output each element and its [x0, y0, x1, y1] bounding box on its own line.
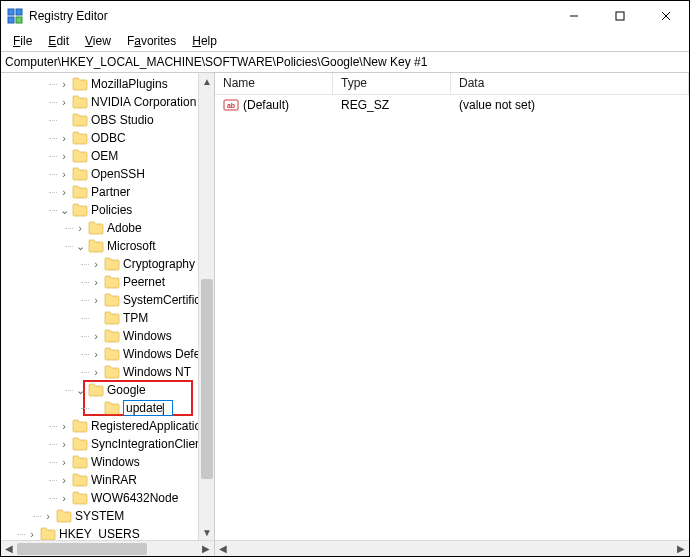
folder-icon [104, 365, 120, 379]
expand-toggle[interactable]: › [89, 363, 103, 381]
list-pane: Name Type Data ab (Default) REG_SZ (valu… [215, 73, 689, 556]
list-body[interactable]: ab (Default) REG_SZ (value not set) [215, 95, 689, 540]
expand-toggle[interactable]: › [89, 345, 103, 363]
expand-toggle[interactable]: ⌄ [73, 237, 87, 255]
folder-icon [104, 311, 120, 325]
tree-item-registeredapplication[interactable]: ›RegisteredApplication [3, 417, 214, 435]
folder-icon [104, 257, 120, 271]
expand-toggle[interactable]: › [73, 219, 87, 237]
rename-input[interactable]: update| [123, 400, 173, 416]
scroll-thumb-h[interactable] [17, 543, 147, 555]
folder-icon [40, 527, 56, 540]
tree-item-wow6432node[interactable]: ›WOW6432Node [3, 489, 214, 507]
address-bar[interactable]: Computer\HKEY_LOCAL_MACHINE\SOFTWARE\Pol… [1, 51, 689, 73]
scroll-right-arrow[interactable]: ▶ [198, 541, 214, 557]
tree-item-label: Windows NT [123, 363, 191, 381]
tree-item-nvidia-corporation[interactable]: ›NVIDIA Corporation [3, 93, 214, 111]
scroll-right-arrow[interactable]: ▶ [673, 541, 689, 557]
expand-toggle[interactable]: › [57, 165, 71, 183]
tree-scroll[interactable]: ›MozillaPlugins›NVIDIA CorporationOBS St… [1, 73, 214, 540]
tree-item-openssh[interactable]: ›OpenSSH [3, 165, 214, 183]
expand-toggle[interactable]: › [25, 525, 39, 540]
tree-item-syncintegrationclient[interactable]: ›SyncIntegrationClient [3, 435, 214, 453]
menu-file[interactable]: File [5, 32, 40, 50]
menu-help[interactable]: Help [184, 32, 225, 50]
column-name[interactable]: Name [215, 73, 333, 94]
tree-item-tpm[interactable]: TPM [3, 309, 214, 327]
tree-item-microsoft[interactable]: ⌄Microsoft [3, 237, 214, 255]
tree-item-google[interactable]: ⌄Google [3, 381, 214, 399]
scroll-thumb[interactable] [201, 279, 213, 479]
expand-toggle[interactable]: › [89, 255, 103, 273]
folder-icon [72, 203, 88, 217]
close-button[interactable] [643, 1, 689, 31]
list-horizontal-scrollbar[interactable]: ◀ ▶ [215, 540, 689, 556]
column-type[interactable]: Type [333, 73, 451, 94]
tree-item-adobe[interactable]: ›Adobe [3, 219, 214, 237]
menu-edit[interactable]: Edit [40, 32, 77, 50]
menu-favorites[interactable]: Favorites [119, 32, 184, 50]
expand-toggle[interactable]: › [57, 75, 71, 93]
maximize-button[interactable] [597, 1, 643, 31]
tree-item-obs-studio[interactable]: OBS Studio [3, 111, 214, 129]
minimize-button[interactable] [551, 1, 597, 31]
folder-icon [104, 347, 120, 361]
tree-item-windows-defen[interactable]: ›Windows Defen [3, 345, 214, 363]
tree-item-label: OBS Studio [91, 111, 154, 129]
expand-toggle[interactable]: › [89, 291, 103, 309]
tree-item-windows[interactable]: ›Windows [3, 453, 214, 471]
expand-toggle[interactable]: › [57, 129, 71, 147]
tree-item-label: Partner [91, 183, 130, 201]
menu-view[interactable]: View [77, 32, 119, 50]
expand-toggle[interactable]: › [57, 453, 71, 471]
tree-horizontal-scrollbar[interactable]: ◀ ▶ [1, 540, 214, 556]
window-title: Registry Editor [29, 9, 108, 23]
tree-item-systemcertifica[interactable]: ›SystemCertifica [3, 291, 214, 309]
expand-toggle[interactable]: › [89, 327, 103, 345]
expand-toggle[interactable]: › [57, 417, 71, 435]
folder-icon [72, 437, 88, 451]
tree-item-policies[interactable]: ⌄Policies [3, 201, 214, 219]
tree-item-partner[interactable]: ›Partner [3, 183, 214, 201]
tree-item-mozillaplugins[interactable]: ›MozillaPlugins [3, 75, 214, 93]
tree-item-label: Google [107, 381, 146, 399]
tree-item-label: OpenSSH [91, 165, 145, 183]
expand-toggle[interactable]: › [57, 183, 71, 201]
expand-toggle[interactable]: ⌄ [73, 381, 87, 399]
tree-item-winrar[interactable]: ›WinRAR [3, 471, 214, 489]
expand-toggle[interactable]: › [57, 93, 71, 111]
tree-item-odbc[interactable]: ›ODBC [3, 129, 214, 147]
scroll-left-arrow[interactable]: ◀ [1, 541, 17, 557]
tree-vertical-scrollbar[interactable]: ▲ ▼ [198, 73, 214, 540]
tree-item-label: WinRAR [91, 471, 137, 489]
expand-toggle[interactable]: › [57, 471, 71, 489]
column-data[interactable]: Data [451, 73, 689, 94]
tree-item-hkey-users[interactable]: ›HKEY_USERS [3, 525, 214, 540]
tree-item-update[interactable]: update| [3, 399, 214, 417]
tree-item-label: Adobe [107, 219, 142, 237]
list-row[interactable]: ab (Default) REG_SZ (value not set) [215, 95, 689, 115]
expand-toggle[interactable]: › [57, 435, 71, 453]
expand-toggle[interactable]: › [89, 273, 103, 291]
tree-item-oem[interactable]: ›OEM [3, 147, 214, 165]
folder-icon [104, 401, 120, 415]
app-icon [7, 8, 23, 24]
scroll-left-arrow[interactable]: ◀ [215, 541, 231, 557]
tree-item-system[interactable]: ›SYSTEM [3, 507, 214, 525]
expand-toggle[interactable]: › [57, 147, 71, 165]
tree-item-label: SYSTEM [75, 507, 124, 525]
tree-item-label: ODBC [91, 129, 126, 147]
tree-item-windows[interactable]: ›Windows [3, 327, 214, 345]
folder-icon [88, 239, 104, 253]
string-value-icon: ab [223, 97, 239, 113]
list-header: Name Type Data [215, 73, 689, 95]
tree-item-cryptography[interactable]: ›Cryptography [3, 255, 214, 273]
expand-toggle[interactable]: › [57, 489, 71, 507]
tree-item-windows-nt[interactable]: ›Windows NT [3, 363, 214, 381]
expand-toggle[interactable]: ⌄ [57, 201, 71, 219]
scroll-up-arrow[interactable]: ▲ [199, 73, 215, 89]
scroll-down-arrow[interactable]: ▼ [199, 524, 215, 540]
main-area: ›MozillaPlugins›NVIDIA CorporationOBS St… [1, 73, 689, 556]
expand-toggle[interactable]: › [41, 507, 55, 525]
tree-item-peernet[interactable]: ›Peernet [3, 273, 214, 291]
